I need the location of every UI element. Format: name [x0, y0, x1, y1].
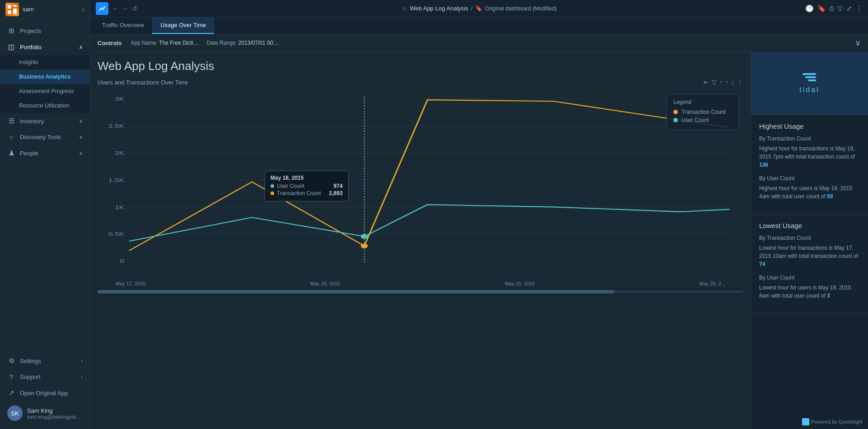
highest-transaction-count-subsection: By Transaction Count Highest hour for tr…	[759, 135, 860, 169]
highest-user-count-subsection: By User Count Highest hour for users is …	[759, 175, 860, 201]
settings-icon: ⚙	[7, 357, 15, 365]
open-app-icon: ↗	[7, 389, 15, 397]
chart-scrollbar[interactable]	[98, 288, 743, 295]
svg-text:1.5K: 1.5K	[108, 177, 124, 183]
svg-rect-0	[8, 5, 11, 9]
share-icon[interactable]: ⎙	[830, 5, 834, 12]
filter-icon[interactable]: ▽	[837, 5, 843, 13]
sidebar-item-resource-utilization[interactable]: Resource Utilization	[0, 98, 90, 113]
legend-box: Legend Transaction Count User Count	[667, 94, 739, 130]
nav-back-button[interactable]: ←	[111, 4, 119, 13]
chart-tool-arrow-up2[interactable]: ↑	[725, 79, 728, 86]
chart-toolbar: ⇤ ▽ ↑ ↑ ↓ ⋮	[704, 79, 743, 86]
nav-forward-button[interactable]: →	[121, 4, 129, 13]
topbar-separator: /	[471, 5, 473, 12]
sidebar-sub-portfolio: Insights Business Analytics Assessment P…	[0, 55, 90, 113]
legend-dot-transaction	[673, 110, 678, 114]
chart-tool-arrow-up1[interactable]: ↑	[719, 79, 723, 86]
chart-tool-filter[interactable]: ⇤	[704, 79, 709, 86]
tab-usage-over-time[interactable]: Usage Over Time	[152, 17, 214, 34]
highest-transaction-count-highlight: 136	[759, 162, 768, 168]
sidebar-item-insights[interactable]: Insights	[0, 55, 90, 70]
page-title: Web App Log Analysis	[98, 59, 743, 73]
svg-text:2.5K: 2.5K	[108, 123, 124, 129]
svg-point-20	[361, 234, 368, 239]
right-panel: tidal Highest Usage By Transaction Count…	[751, 52, 868, 429]
sidebar-item-label: Portfolio	[20, 44, 42, 51]
sidebar-item-projects[interactable]: ⊞ Projects	[0, 23, 90, 39]
x-label-3: May 20, 2...	[699, 281, 725, 286]
page-body: Web App Log Analysis Users and Transacti…	[90, 52, 868, 429]
sidebar-nav: ⊞ Projects ◫ Portfolio ∧ Insights Busine…	[0, 19, 90, 349]
portfolio-icon: ◫	[7, 43, 15, 51]
bookmark-top-icon[interactable]: 🔖	[817, 5, 826, 13]
chart-tool-arrow-down[interactable]: ↓	[731, 79, 734, 86]
chart-tool-more[interactable]: ⋮	[737, 79, 743, 86]
topbar-title: Web App Log Analysis	[410, 5, 468, 12]
inventory-icon: ☰	[7, 117, 15, 125]
sidebar-item-label: Resource Utilization	[19, 103, 69, 109]
tab-traffic-overview[interactable]: Traffic Overview	[94, 17, 152, 34]
powered-by-text: Powered by QuickSight	[811, 419, 863, 424]
grid-icon: ⊞	[7, 27, 15, 35]
discovery-icon: ○	[7, 133, 15, 141]
lowest-transaction-count-subsection: By Transaction Count Lowest hour for tra…	[759, 235, 860, 268]
sidebar-item-portfolio[interactable]: ◫ Portfolio ∧	[0, 39, 90, 55]
sidebar-item-assessment-progress[interactable]: Assessment Progress	[0, 84, 90, 98]
controls-expand-button[interactable]: ∨	[855, 38, 861, 48]
chart-title: Users and Transactions Over Time	[98, 79, 188, 86]
sidebar-logo: sam	[5, 3, 34, 16]
topbar-subtitle: Original dashboard (Modified)	[485, 5, 556, 12]
sidebar-item-open-original-app[interactable]: ↗ Open Original App	[0, 385, 90, 401]
lowest-user-count-text: Lowest hour for users is May 18, 2015 8a…	[759, 284, 860, 300]
sidebar-item-label: Discovery Tools	[20, 134, 61, 140]
app-name-key: App Name	[131, 40, 156, 46]
sidebar-collapse-button[interactable]: ‹	[82, 5, 84, 14]
highest-user-count-highlight: 59	[827, 193, 833, 200]
topbar-left: ← → ↺	[96, 2, 138, 15]
legend-dot-user	[673, 118, 678, 122]
user-email: sam.king@tidalmigrati...	[27, 414, 80, 420]
sidebar-header: sam ‹	[0, 0, 90, 19]
user-profile[interactable]: SK Sam King sam.king@tidalmigrati...	[0, 401, 90, 425]
sidebar-item-settings[interactable]: ⚙ Settings ›	[0, 353, 90, 369]
scrollbar-thumb[interactable]	[98, 290, 614, 294]
more-icon[interactable]: ⋮	[856, 5, 863, 13]
svg-text:1K: 1K	[115, 204, 124, 210]
nav-refresh-button[interactable]: ↺	[131, 4, 138, 13]
controls-bar: Controls App Name The Free Dicti... Date…	[90, 34, 868, 52]
user-info: Sam King sam.king@tidalmigrati...	[27, 407, 80, 420]
chevron-right-icon: ›	[81, 374, 83, 380]
lowest-user-count-highlight: 3	[827, 293, 830, 299]
avatar: SK	[7, 406, 23, 421]
sidebar-item-inventory[interactable]: ☰ Inventory ∨	[0, 113, 90, 129]
svg-text:2K: 2K	[115, 150, 124, 156]
sidebar-item-support[interactable]: ? Support ›	[0, 369, 90, 385]
sidebar-item-label: People	[20, 150, 38, 157]
lowest-transaction-count-text: Lowest hour for transactions is May 17, …	[759, 244, 860, 268]
legend-item-user: User Count	[673, 117, 732, 123]
controls-label: Controls	[98, 40, 121, 47]
highest-transaction-count-title: By Transaction Count	[759, 135, 860, 142]
chevron-right-icon: ›	[81, 358, 83, 364]
x-label-2: May 19, 2015	[505, 281, 535, 286]
sidebar-item-discovery-tools[interactable]: ○ Discovery Tools ∨	[0, 129, 90, 145]
lowest-user-count-title: By User Count	[759, 275, 860, 281]
chevron-down-icon: ∨	[79, 150, 83, 156]
legend-item-transaction: Transaction Count	[673, 109, 732, 115]
sidebar-username: sam	[23, 6, 34, 13]
sidebar-item-people[interactable]: ♟ People ∨	[0, 145, 90, 161]
date-range-control[interactable]: Date Range 2013/07/01 00:...	[207, 40, 279, 46]
chart-tool-sort-down[interactable]: ▽	[712, 79, 717, 86]
app-logo-icon	[5, 3, 19, 16]
expand-icon[interactable]: ⤢	[846, 5, 852, 13]
highest-user-count-text: Highest hour for users is May 19, 2015 4…	[759, 184, 860, 201]
date-range-value: 2013/07/01 00:...	[238, 40, 279, 46]
tidal-brand: tidal	[799, 73, 819, 94]
clock-icon[interactable]: 🕐	[805, 5, 814, 13]
highest-user-count-title: By User Count	[759, 175, 860, 182]
sidebar-item-business-analytics[interactable]: Business Analytics	[0, 70, 90, 84]
sidebar-item-label: Inventory	[20, 118, 44, 125]
app-name-control[interactable]: App Name The Free Dicti...	[131, 40, 197, 46]
legend-label-transaction: Transaction Count	[681, 109, 726, 115]
